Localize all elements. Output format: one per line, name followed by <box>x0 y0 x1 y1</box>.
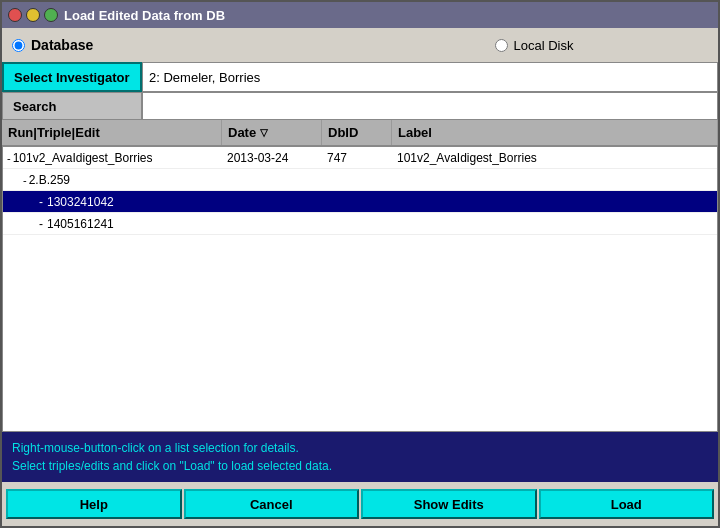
tree-toggle-icon[interactable]: - <box>7 152 11 164</box>
main-window: Load Edited Data from DB Database Local … <box>0 0 720 528</box>
cell-name-text: 1303241042 <box>47 195 114 209</box>
show-edits-button[interactable]: Show Edits <box>361 489 537 519</box>
close-button[interactable] <box>8 8 22 22</box>
tree-cell-dbid: 747 <box>323 147 393 168</box>
leaf-indicator: - <box>39 195 43 209</box>
search-label: Search <box>2 92 142 120</box>
search-input[interactable] <box>142 92 718 120</box>
col-header-label: Label <box>392 120 718 145</box>
minimize-button[interactable] <box>26 8 40 22</box>
tree-cell-name: - 101v2_AvaIdigest_Borries <box>3 147 223 168</box>
tree-cell-date <box>223 169 323 190</box>
localdisk-radio[interactable] <box>495 39 508 52</box>
maximize-button[interactable] <box>44 8 58 22</box>
cell-name-text: 101v2_AvaIdigest_Borries <box>13 151 153 165</box>
select-investigator-button[interactable]: Select Investigator <box>2 62 142 92</box>
status-bar: Right-mouse-button-click on a list selec… <box>2 432 718 482</box>
window-controls <box>8 8 58 22</box>
button-row: Help Cancel Show Edits Load <box>2 482 718 526</box>
table-header: Run|Triple|Edit Date ▽ DbID Label <box>2 120 718 146</box>
col-header-run: Run|Triple|Edit <box>2 120 222 145</box>
localdisk-option[interactable]: Local Disk <box>360 38 708 53</box>
table-row[interactable]: - 1303241042 <box>3 191 717 213</box>
database-radio[interactable] <box>12 39 25 52</box>
table-row[interactable]: - 2.B.259 <box>3 169 717 191</box>
tree-cell-label <box>393 213 717 234</box>
cell-name-text: 2.B.259 <box>29 173 70 187</box>
tree-cell-name: - 2.B.259 <box>3 169 223 190</box>
source-selection-row: Database Local Disk <box>2 28 718 62</box>
leaf-indicator: - <box>39 217 43 231</box>
status-text: Right-mouse-button-click on a list selec… <box>12 439 332 475</box>
tree-cell-label: 101v2_AvaIdigest_Borries <box>393 147 717 168</box>
tree-cell-date <box>223 213 323 234</box>
tree-cell-dbid <box>323 191 393 212</box>
investigator-row: Select Investigator 2: Demeler, Borries <box>2 62 718 92</box>
table-row[interactable]: - 1405161241 <box>3 213 717 235</box>
title-bar: Load Edited Data from DB <box>2 2 718 28</box>
tree-toggle-icon[interactable]: - <box>23 174 27 186</box>
database-label: Database <box>31 37 93 53</box>
database-option[interactable]: Database <box>12 37 360 53</box>
col-header-date: Date ▽ <box>222 120 322 145</box>
cancel-button[interactable]: Cancel <box>184 489 360 519</box>
load-button[interactable]: Load <box>539 489 715 519</box>
tree-cell-dbid <box>323 169 393 190</box>
tree-cell-dbid <box>323 213 393 234</box>
tree-cell-label <box>393 169 717 190</box>
localdisk-label: Local Disk <box>514 38 574 53</box>
sort-arrow-icon: ▽ <box>260 127 268 138</box>
investigator-value: 2: Demeler, Borries <box>142 62 718 92</box>
tree-cell-name: - 1303241042 <box>3 191 223 212</box>
tree-cell-name: - 1405161241 <box>3 213 223 234</box>
table-body[interactable]: - 101v2_AvaIdigest_Borries2013-03-247471… <box>2 146 718 432</box>
tree-cell-date: 2013-03-24 <box>223 147 323 168</box>
col-header-dbid: DbID <box>322 120 392 145</box>
table-row[interactable]: - 101v2_AvaIdigest_Borries2013-03-247471… <box>3 147 717 169</box>
tree-cell-date <box>223 191 323 212</box>
tree-cell-label <box>393 191 717 212</box>
cell-name-text: 1405161241 <box>47 217 114 231</box>
search-row: Search <box>2 92 718 120</box>
window-title: Load Edited Data from DB <box>64 8 225 23</box>
help-button[interactable]: Help <box>6 489 182 519</box>
